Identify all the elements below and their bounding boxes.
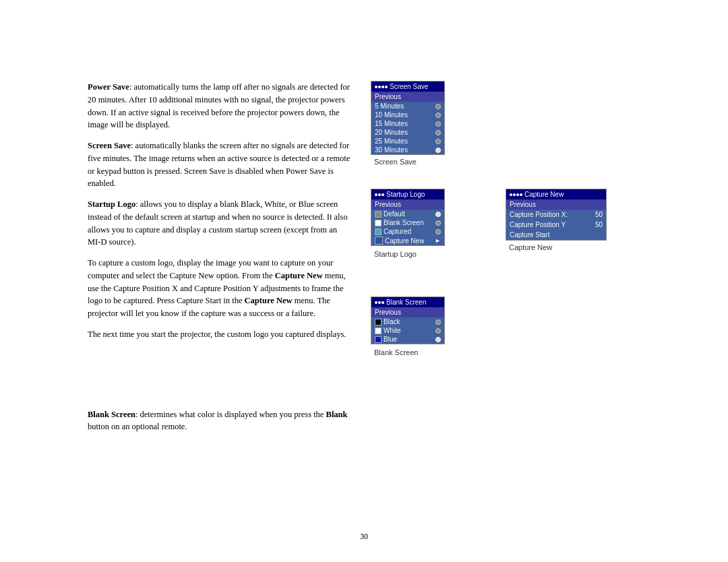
radio-25min (435, 139, 441, 144)
radio-blue (435, 337, 441, 342)
blank-screen-caption: Blank Screen (374, 348, 445, 356)
screen-save-item-30min: 30 Minutes (371, 146, 444, 154)
screen-save-label: Screen Save (88, 141, 131, 150)
capture-para: To capture a custom logo, display the im… (88, 257, 351, 320)
capture-pos-x-row: Capture Position X: 50 (506, 210, 606, 220)
black-swatch-icon (375, 319, 382, 325)
dot2 (378, 301, 381, 304)
capture-bold2: Capture New (245, 296, 293, 305)
screen-save-menu: Screen Save Previous 5 Minutes 10 Minute… (371, 81, 445, 155)
screen-save-item-15min: 15 Minutes (371, 119, 444, 128)
arrow-right-icon: ► (435, 237, 441, 244)
radio-captured (435, 229, 441, 235)
screen-save-item-20min: 20 Minutes (371, 128, 444, 137)
capture-new-section: Capture New Previous Capture Position X:… (506, 189, 607, 251)
default-icon (375, 211, 382, 218)
radio-default (435, 212, 441, 217)
screen-save-title: Screen Save (390, 83, 428, 90)
startup-logo-section: Startup Logo Previous Default Blank Scre… (371, 189, 445, 258)
blank-screen-blue: Blue (371, 335, 444, 344)
screen-save-para: Screen Save: automatically blanks the sc… (88, 139, 351, 190)
capture-new-title: Capture New (524, 191, 564, 198)
capture-new-menu: Capture New Previous Capture Position X:… (506, 189, 607, 241)
startup-logo-para: Startup Logo: allows you to display a bl… (88, 198, 351, 249)
radio-30min (435, 148, 441, 153)
blue-swatch-icon (375, 336, 382, 343)
screen-save-title-bar: Screen Save (371, 82, 444, 92)
dot1 (375, 193, 377, 196)
blank-screen-label: Blank Screen (88, 410, 135, 419)
dot4 (520, 193, 522, 196)
dot4 (385, 86, 388, 88)
screen-save-caption: Screen Save (374, 158, 445, 166)
dot1 (375, 301, 377, 304)
capture-new-caption: Capture New (509, 243, 607, 251)
startup-logo-title: Startup Logo (386, 191, 425, 198)
blank-para-end: button on an optional remote. (88, 422, 187, 431)
capture-start-row: Capture Start (506, 230, 606, 240)
startup-logo-dots (375, 193, 384, 196)
dot3 (516, 193, 519, 196)
startup-logo-title-bar: Startup Logo (371, 189, 444, 199)
blank-screen-para: Blank Screen: determines what color is d… (88, 408, 351, 434)
capture-new-title-bar: Capture New (506, 189, 606, 199)
dot1 (375, 86, 377, 88)
screen-save-item-25min: 25 Minutes (371, 137, 444, 146)
blank-screen-black: Black (371, 317, 444, 326)
startup-logo-blank-screen: Blank Screen (371, 218, 444, 227)
blank-screen-title-bar: Blank Screen (371, 297, 444, 307)
blank-screen-white: White (371, 326, 444, 335)
next-time-para: The next time you start the projector, t… (88, 328, 351, 341)
dot3 (382, 86, 384, 88)
screen-save-item-5min: 5 Minutes (371, 102, 444, 111)
startup-logo-previous: Previous (371, 199, 444, 210)
radio-5min (435, 104, 441, 109)
dot3 (382, 193, 384, 196)
left-text-column: Power Save: automatically turns the lamp… (88, 81, 351, 441)
startup-logo-label: Startup Logo (88, 199, 135, 209)
blank-screen-text: : determines what color is displayed whe… (135, 410, 326, 419)
radio-white (435, 328, 441, 334)
dot3 (382, 301, 384, 304)
radio-15min (435, 121, 441, 127)
page-number: 30 (360, 532, 368, 542)
screen-save-previous: Previous (371, 92, 444, 102)
dot2 (378, 86, 381, 88)
blank-screen-menu-section: Blank Screen Previous Black White (371, 296, 445, 356)
radio-20min (435, 130, 441, 135)
capture-new-dots (510, 193, 522, 196)
startup-logo-capture-new: Capture New ► (371, 236, 444, 245)
power-save-label: Power Save (88, 82, 129, 92)
blank-screen-icon (375, 220, 382, 226)
dot2 (513, 193, 516, 196)
startup-logo-menu: Startup Logo Previous Default Blank Scre… (371, 189, 445, 246)
screen-save-dots (375, 86, 388, 88)
radio-black (435, 319, 441, 325)
screen-save-item-10min: 10 Minutes (371, 111, 444, 119)
radio-blank (435, 220, 441, 226)
capture-pos-y-row: Capture Position Y 50 (506, 220, 606, 230)
blank-screen-menu: Blank Screen Previous Black White (371, 296, 445, 344)
capture-new-previous: Previous (506, 199, 606, 210)
startup-logo-default: Default (371, 210, 444, 218)
dot2 (378, 193, 381, 196)
blank-screen-dots (375, 301, 384, 304)
dot1 (510, 193, 512, 196)
screen-save-section: Screen Save Previous 5 Minutes 10 Minute… (371, 81, 445, 166)
captured-icon (375, 228, 382, 235)
blank-screen-title: Blank Screen (386, 299, 426, 306)
next-time-text: The next time you start the projector, t… (88, 330, 346, 339)
white-swatch-icon (375, 327, 382, 334)
power-save-para: Power Save: automatically turns the lamp… (88, 81, 351, 131)
blank-label-bold: Blank (326, 410, 348, 419)
blank-screen-previous: Previous (371, 307, 444, 317)
capture-new-icon (375, 237, 383, 245)
capture-bold1: Capture New (275, 271, 323, 280)
startup-logo-caption: Startup Logo (374, 250, 445, 258)
startup-logo-captured: Captured (371, 227, 444, 236)
radio-10min (435, 113, 441, 118)
